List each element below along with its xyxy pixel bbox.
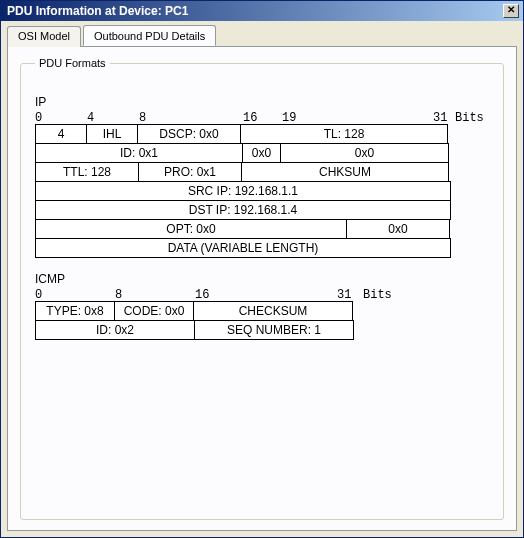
ip-bit-4: 4 (87, 111, 94, 125)
ip-options: OPT: 0x0 (35, 219, 347, 239)
icmp-bit-31: 31 (337, 288, 351, 302)
icmp-checksum: CHECKSUM (193, 301, 353, 321)
icmp-bit-8: 8 (115, 288, 122, 302)
icmp-type: TYPE: 0x8 (35, 301, 115, 321)
icmp-title: ICMP (35, 272, 489, 286)
ip-protocol: PRO: 0x1 (138, 162, 242, 182)
icmp-bit-ruler: 0 8 16 31 Bits (35, 288, 355, 302)
pdu-formats-fieldset: PDU Formats IP 0 4 8 16 19 31 Bits (20, 57, 504, 520)
icmp-bits-label: Bits (363, 288, 392, 302)
icmp-block: ICMP 0 8 16 31 Bits TYPE: 0x8 CODE: 0x0 … (35, 272, 489, 340)
close-icon[interactable]: ✕ (503, 4, 519, 18)
icmp-bit-0: 0 (35, 288, 42, 302)
ip-flags: 0x0 (242, 143, 281, 163)
ip-dscp: DSCP: 0x0 (137, 124, 241, 144)
window-title: PDU Information at Device: PC1 (7, 4, 188, 18)
ip-id: ID: 0x1 (35, 143, 243, 163)
tab-panel: PDU Formats IP 0 4 8 16 19 31 Bits (7, 46, 517, 531)
ip-bits-label: Bits (455, 111, 484, 125)
ip-version: 4 (35, 124, 87, 144)
ip-bit-31: 31 (433, 111, 447, 125)
ip-total-length: TL: 128 (240, 124, 448, 144)
ip-title: IP (35, 95, 489, 109)
ip-bit-8: 8 (139, 111, 146, 125)
ip-dst: DST IP: 192.168.1.4 (35, 200, 451, 220)
ip-checksum: CHKSUM (241, 162, 449, 182)
ip-bit-ruler: 0 4 8 16 19 31 Bits (35, 111, 451, 125)
ip-src: SRC IP: 192.168.1.1 (35, 181, 451, 201)
ip-ihl: IHL (86, 124, 138, 144)
icmp-id: ID: 0x2 (35, 320, 195, 340)
icmp-bit-16: 16 (195, 288, 209, 302)
ip-frag-offset: 0x0 (280, 143, 449, 163)
ip-bit-19: 19 (282, 111, 296, 125)
titlebar: PDU Information at Device: PC1 ✕ (1, 1, 523, 21)
icmp-seq: SEQ NUMBER: 1 (194, 320, 354, 340)
icmp-code: CODE: 0x0 (114, 301, 194, 321)
ip-bit-0: 0 (35, 111, 42, 125)
tab-outbound-pdu[interactable]: Outbound PDU Details (83, 25, 216, 46)
ip-ttl: TTL: 128 (35, 162, 139, 182)
ip-data: DATA (VARIABLE LENGTH) (35, 238, 451, 258)
pdu-info-window: PDU Information at Device: PC1 ✕ OSI Mod… (0, 0, 524, 538)
tabs: OSI Model Outbound PDU Details (1, 21, 523, 46)
ip-padding: 0x0 (346, 219, 450, 239)
ip-bit-16: 16 (243, 111, 257, 125)
fieldset-legend: PDU Formats (35, 57, 110, 69)
ip-block: IP 0 4 8 16 19 31 Bits 4 IHL DSCP: 0x0 (35, 95, 489, 258)
tab-osi-model[interactable]: OSI Model (7, 26, 81, 47)
